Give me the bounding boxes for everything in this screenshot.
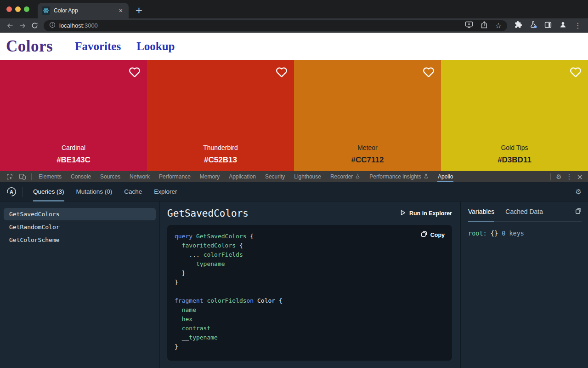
query-list-item[interactable]: GetSavedColors [4,208,156,220]
code-line: name [175,305,445,315]
profile-avatar-icon[interactable] [559,21,567,30]
devtools-tab[interactable]: Performance [154,171,195,182]
react-favicon-icon [42,6,50,15]
forward-icon[interactable] [16,22,28,29]
browser-toolbar: localhost:3000 ☆ [0,18,588,33]
devtools-tab[interactable]: Recorder [326,171,365,182]
color-swatch: Gold Tips #D3BD11 [441,60,588,171]
devtools-panel: Elements Console Sources Network [0,171,588,368]
devtools-tab-label: Lighthouse [294,173,321,180]
nav-link[interactable]: Favorites [75,40,121,53]
site-logo[interactable]: Colors [6,37,53,56]
code-line: } [175,269,445,278]
device-toolbar-icon[interactable] [16,173,29,180]
copy-query-button[interactable]: Copy [421,231,445,239]
apollo-settings-gear-icon[interactable]: ⚙ [576,188,582,196]
favorite-heart-icon[interactable] [275,66,288,80]
svg-text:A: A [10,189,13,195]
swatch-hex: #C52B13 [204,155,237,165]
query-list-item[interactable]: GetColorScheme [4,234,156,246]
devtools-tab[interactable]: Sources [96,171,125,182]
devtools-tab-label: Recorder [330,173,353,180]
browser-tab[interactable]: Color App × [38,3,129,18]
apollo-tab[interactable]: Cache [124,182,142,201]
experiments-flask-icon[interactable] [530,21,537,30]
devtools-tab[interactable]: Network [125,171,154,182]
devtools-tab-label: Console [71,173,91,180]
tab-close-icon[interactable]: × [118,7,124,14]
variables-root-row[interactable]: root: {} 0 keys [461,222,588,245]
variables-panel-tab[interactable]: Cached Data [505,208,543,221]
address-bar[interactable]: localhost:3000 ☆ [44,20,507,31]
site-nav: Colors FavoritesLookup [0,33,588,60]
query-list: GetSavedColorsGetRandomColorGetColorSche… [0,201,160,368]
browser-window: Color App × + localhost:3000 [0,0,588,368]
devtools-settings-gear-icon[interactable]: ⚙ [556,173,562,180]
devtools-tab[interactable]: Security [260,171,289,182]
devtools-close-icon[interactable]: × [577,172,585,181]
share-icon[interactable] [481,21,487,30]
copy-variables-icon[interactable] [575,208,582,221]
devtools-tab[interactable]: Performance insights [365,171,433,182]
run-in-explorer-button[interactable]: Run in Explorer [400,210,452,217]
devtools-tab-label: Performance [159,173,191,180]
devtools-menu-icon[interactable]: ⋮ [565,172,574,181]
variables-panel-tab[interactable]: Variables [468,208,494,221]
devtools-tab[interactable]: Console [66,171,96,182]
url-text: localhost:3000 [59,22,98,29]
favorite-heart-icon[interactable] [422,66,435,80]
new-tab-button[interactable]: + [135,6,143,15]
code-line: query GetSavedColors { [175,232,445,241]
side-panel-icon[interactable] [544,21,552,30]
nav-link[interactable]: Lookup [136,40,175,53]
apollo-tabs: Queries (3)Mutations (0)CacheExplorer [27,182,183,201]
devtools-bar-right: ⚙ ⋮ × [548,172,585,181]
apollo-tab[interactable]: Mutations (0) [76,182,113,201]
code-line: hex [175,315,445,324]
variables-panel: VariablesCached Data root: {} 0 keys [460,201,588,368]
apollo-tab[interactable]: Explorer [154,182,177,201]
swatch-hex: #CC7112 [351,155,384,165]
apollo-tab[interactable]: Queries (3) [33,182,64,201]
query-list-item[interactable]: GetRandomColor [4,221,156,233]
minimize-window-button[interactable] [15,6,21,12]
play-icon [400,210,406,217]
devtools-tab[interactable]: Lighthouse [289,171,326,182]
inspect-element-icon[interactable] [3,173,16,180]
extensions-puzzle-icon[interactable] [514,21,522,30]
devtools-tab-label: Apollo [438,173,453,180]
swatch-name: Gold Tips [501,144,528,151]
devtools-tab[interactable]: Memory [195,171,224,182]
devtools-tab-label: Security [265,173,285,180]
site-info-icon[interactable] [49,22,56,30]
zoom-window-button[interactable] [24,6,29,12]
color-swatch: Cardinal #BE143C [0,60,147,171]
install-app-icon[interactable] [465,21,473,30]
devtools-tab-label: Elements [39,173,62,180]
swatch-name: Meteor [357,144,378,151]
bookmark-star-icon[interactable]: ☆ [495,21,502,30]
reload-icon[interactable] [28,22,41,29]
code-line: } [175,278,445,287]
favorite-heart-icon[interactable] [569,66,582,80]
back-icon[interactable] [4,22,16,29]
apollo-logo-icon: A [6,187,17,197]
code-line [175,287,445,296]
swatch-hex: #D3BD11 [498,155,531,165]
code-line: __typename [175,259,445,269]
code-line: favoritedColors { [175,241,445,250]
devtools-tab[interactable]: Apollo [433,171,458,182]
color-swatch: Thunderbird #C52B13 [147,60,294,171]
devtools-tab[interactable]: Elements [34,171,66,182]
close-window-button[interactable] [6,6,12,12]
devtools-tab-label: Network [130,173,150,180]
browser-menu-icon[interactable]: ⋮ [574,21,582,30]
favorite-heart-icon[interactable] [128,66,141,80]
devtools-tab-label: Performance insights [369,173,421,180]
devtools-tab[interactable]: Application [224,171,260,182]
apollo-body: GetSavedColorsGetRandomColorGetColorSche… [0,201,588,368]
color-swatches: Cardinal #BE143C Thunderbird #C52B13 Met… [0,60,588,171]
code-line: contrast [175,324,445,333]
variables-panel-tabs: VariablesCached Data [468,201,582,222]
code-line: __typename [175,333,445,342]
